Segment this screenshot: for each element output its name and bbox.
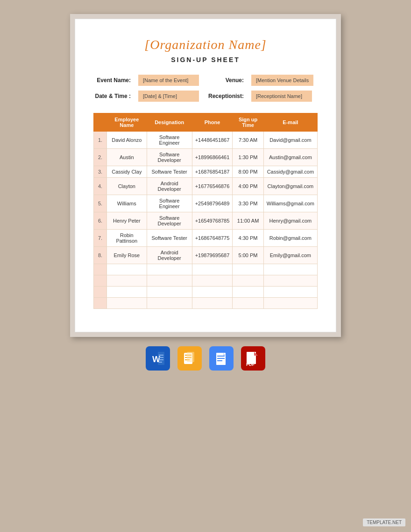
- table-row-empty: [94, 264, 318, 275]
- table-row: 2. Austin Software Developer +1899686646…: [94, 149, 318, 166]
- empty-time: [233, 264, 263, 275]
- col-email: E-mail: [263, 113, 317, 132]
- page-shadow-wrapper: [Organization Name] Sign-Up Sheet Event …: [70, 14, 341, 337]
- empty-name: [107, 264, 147, 275]
- row-designation: Software Tester: [147, 166, 192, 178]
- pages-icon[interactable]: [177, 346, 202, 371]
- outer-wrapper: [Organization Name] Sign-Up Sheet Event …: [0, 0, 411, 532]
- table-row: 1. David Alonzo Software Engineer +14486…: [94, 132, 318, 149]
- row-phone: +16876854187: [192, 166, 233, 178]
- empty-num: [94, 298, 107, 309]
- row-time: 7:30 AM: [233, 132, 263, 149]
- event-row: Event Name: [Name of the Event] Venue: […: [93, 75, 318, 86]
- col-employee-name: Employee Name: [107, 113, 147, 132]
- row-time: 8:00 PM: [233, 166, 263, 178]
- empty-name: [107, 275, 147, 287]
- table-row: 5. Williams Software Engineer +254987964…: [94, 195, 318, 212]
- word-icon[interactable]: W: [146, 346, 170, 371]
- empty-designation: [147, 287, 192, 298]
- svg-rect-4: [159, 357, 163, 358]
- row-num: 5.: [94, 195, 107, 212]
- table-row-empty: [94, 275, 318, 287]
- sheet-title: Sign-Up Sheet: [93, 56, 318, 63]
- empty-name: [107, 287, 147, 298]
- row-email: Williams@gmail.com: [263, 195, 317, 212]
- empty-time: [233, 287, 263, 298]
- empty-time: [233, 275, 263, 287]
- empty-designation: [147, 275, 192, 287]
- pdf-svg: PDF: [245, 350, 262, 367]
- table-row-empty: [94, 298, 318, 309]
- row-name: David Alonzo: [107, 132, 147, 149]
- svg-rect-15: [217, 356, 225, 357]
- row-name: Emily Rose: [107, 247, 147, 264]
- table-row: 8. Emily Rose Android Developer +1987969…: [94, 247, 318, 264]
- table-row: 4. Clayton Android Developer +1677654687…: [94, 178, 318, 195]
- word-svg: W: [150, 350, 165, 367]
- empty-num: [94, 287, 107, 298]
- row-email: Austin@gmail.com: [263, 149, 317, 166]
- event-name-value[interactable]: [Name of the Event]: [138, 75, 199, 86]
- org-name: [Organization Name]: [93, 37, 318, 52]
- row-email: Clayton@gmail.com: [263, 178, 317, 195]
- row-designation: Software Developer: [147, 149, 192, 166]
- row-designation: Software Developer: [147, 212, 192, 230]
- row-email: Henry@gmail.com: [263, 212, 317, 230]
- row-phone: +19879695687: [192, 247, 233, 264]
- empty-phone: [192, 264, 233, 275]
- svg-rect-12: [187, 352, 194, 362]
- receptionist-value[interactable]: [Receptionist Name]: [251, 91, 312, 102]
- row-num: 8.: [94, 247, 107, 264]
- row-email: Cassidy@gmail.com: [263, 166, 317, 178]
- form-fields: Event Name: [Name of the Event] Venue: […: [93, 75, 318, 102]
- row-phone: +25498796489: [192, 195, 233, 212]
- row-phone: +14486451867: [192, 132, 233, 149]
- table-header-row: Employee Name Designation Phone Sign up …: [94, 113, 318, 132]
- svg-rect-6: [159, 362, 162, 363]
- table-row: 3. Cassidy Clay Software Tester +1687685…: [94, 166, 318, 178]
- pdf-icon[interactable]: PDF: [241, 346, 265, 371]
- row-phone: +16867648775: [192, 230, 233, 247]
- col-num: [94, 113, 107, 132]
- row-time: 5:00 PM: [233, 247, 263, 264]
- bottom-icons: W: [146, 346, 265, 371]
- row-phone: +16776546876: [192, 178, 233, 195]
- row-num: 6.: [94, 212, 107, 230]
- docs-svg: [214, 350, 229, 367]
- empty-email: [263, 287, 317, 298]
- empty-phone: [192, 298, 233, 309]
- row-time: 4:00 PM: [233, 178, 263, 195]
- table-row: 7. Robin Pattinson Software Tester +1686…: [94, 230, 318, 247]
- empty-email: [263, 298, 317, 309]
- row-name: Cassidy Clay: [107, 166, 147, 178]
- empty-designation: [147, 298, 192, 309]
- svg-text:PDF: PDF: [246, 362, 255, 367]
- docs-icon[interactable]: [209, 346, 234, 371]
- svg-rect-16: [217, 358, 225, 359]
- empty-designation: [147, 264, 192, 275]
- row-designation: Software Engineer: [147, 132, 192, 149]
- row-email: Emily@gmail.com: [263, 247, 317, 264]
- empty-num: [94, 275, 107, 287]
- row-name: Williams: [107, 195, 147, 212]
- signup-table-container: Employee Name Designation Phone Sign up …: [93, 113, 318, 309]
- row-designation: Software Engineer: [147, 195, 192, 212]
- row-num: 2.: [94, 149, 107, 166]
- row-time: 11:00 AM: [233, 212, 263, 230]
- row-num: 4.: [94, 178, 107, 195]
- date-time-value[interactable]: [Date] & [Time]: [138, 91, 199, 102]
- empty-email: [263, 264, 317, 275]
- row-num: 7.: [94, 230, 107, 247]
- col-phone: Phone: [192, 113, 233, 132]
- row-name: Austin: [107, 149, 147, 166]
- signup-table: Employee Name Designation Phone Sign up …: [93, 113, 318, 309]
- svg-rect-3: [159, 355, 163, 356]
- table-row: 6. Henry Peter Software Developer +16549…: [94, 212, 318, 230]
- date-row: Date & Time : [Date] & [Time] Receptioni…: [93, 91, 318, 102]
- row-num: 3.: [94, 166, 107, 178]
- pages-svg: [181, 350, 198, 367]
- row-name: Henry Peter: [107, 212, 147, 230]
- empty-time: [233, 298, 263, 309]
- venue-value[interactable]: [Mention Venue Details: [251, 75, 313, 86]
- row-time: 3:30 PM: [233, 195, 263, 212]
